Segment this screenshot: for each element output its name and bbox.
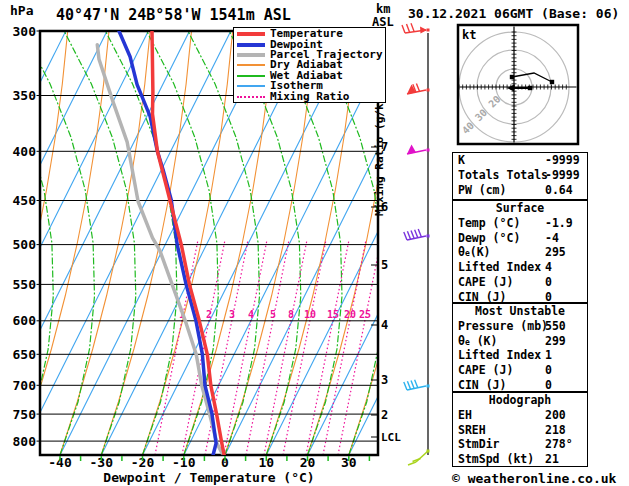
panel-row-label: K [458,153,465,167]
hodograph-ring-label: 40 [460,120,476,136]
mixing-ratio-value: 10 [304,309,316,320]
pressure-tick-label: 350 [13,88,37,103]
hodograph-trace-dot [510,75,514,79]
panel-row-value: 0 [545,363,552,378]
legend-swatch-temperature [237,32,265,36]
mixing-ratio-value: 4 [248,309,254,320]
height-tick-label: 3 [381,373,388,387]
legend-swatch-isotherm [237,85,265,87]
panel-row-label: Dewp (°C) [458,231,520,245]
panel-row-value: 218 [545,423,566,438]
panel-row-label: θe (K) [458,334,497,348]
legend-swatch-mixing-ratio [237,96,265,98]
hodograph: 203040 [458,25,578,144]
panel-row-label: Pressure (mb) [458,319,548,333]
panel-row-label: Totals Totals [458,168,548,182]
wind-level-dot [427,89,430,92]
panel-box-indices: K-9999Totals Totals-9999PW (cm)0.64 [452,152,588,200]
panel-row: Lifted Index4 [453,260,587,275]
hodograph-trace [512,73,552,82]
pressure-tick-label: 800 [13,434,37,449]
pressure-tick-label: 750 [13,407,37,422]
wind-level-dot [427,385,430,388]
wind-barb-flag [407,145,416,155]
panel-box-hodograph: HodographEH200SREH218StmDir278°StmSpd (k… [452,392,588,467]
panel-row-label: EH [458,408,472,422]
mixing-ratio-value: 20 [344,309,356,320]
mixing-ratio-labels: 12345810152025 [179,309,371,320]
panel-row: θe(K)295 [453,245,587,260]
pressure-tick-label: 500 [13,237,37,252]
panel-row-value: 278° [545,437,573,452]
panel-row: CAPE (J)0 [453,275,587,290]
pressure-tick-label: 300 [13,24,37,39]
panel-row-value: -4 [545,231,559,246]
mixing-ratio-value: 8 [288,309,294,320]
height-tick-label: 2 [381,408,388,422]
panel-row-label: CIN (J) [458,290,506,304]
hodograph-unit-label: kt [462,28,476,42]
panel-row-label: StmDir [458,437,500,451]
panel-row: StmSpd (kt)21 [453,452,587,467]
panel-row: Dewp (°C)-4 [453,231,587,246]
panel-row: Totals Totals-9999 [453,168,587,183]
legend-box: TemperatureDewpointParcel TrajectoryDry … [233,27,386,103]
panel-row-value: 0.64 [545,183,573,198]
panel-row: θe (K)299 [453,334,587,349]
panel-header: Most Unstable [453,304,587,319]
panel-row-label: Lifted Index [458,260,541,274]
legend-swatch-dewpoint [237,43,265,47]
datetime-title: 30.12.2021 06GMT (Base: 06) [408,6,619,21]
x-axis-label: Dewpoint / Temperature (°C) [40,470,378,485]
hodograph-trace-dot [550,80,554,84]
legend-swatch-parcel-trajectory [237,53,265,57]
panel-row: Temp (°C)-1.9 [453,216,587,231]
legend-item: Mixing Ratio [237,91,385,101]
mixing-ratio-value: 5 [270,309,276,320]
panel-row-label: Lifted Index [458,348,541,362]
panel-row-label: PW (cm) [458,183,506,197]
panel-row-value: 0 [545,378,552,393]
wind-barbs [402,23,430,465]
panel-row-label: StmSpd (kt) [458,452,534,466]
hodograph-ring-label: 20 [486,93,502,109]
panel-header: Hodograph [453,393,587,408]
pressure-tick-label: 650 [13,347,37,362]
panel-row-value: 550 [545,319,566,334]
lcl-label: LCL [381,431,401,444]
mixing-ratio-value: 25 [359,309,371,320]
panel-row: CAPE (J)0 [453,363,587,378]
panel-row: Pressure (mb)550 [453,319,587,334]
panel-row: K-9999 [453,153,587,168]
wind-level-dot [427,149,430,152]
mixing-ratio-value: 15 [327,309,339,320]
wet-adiabat-line [0,31,12,455]
footer-credit: © weatheronline.co.uk [452,471,616,486]
panel-row-value: 1 [545,348,552,363]
mixing-ratio-line [224,240,267,455]
panel-row: EH200 [453,408,587,423]
panel-row: PW (cm)0.64 [453,183,587,198]
pressure-tick-label: 400 [13,144,37,159]
pressure-tick-label: 450 [13,193,37,208]
panel-row-value: 0 [545,275,552,290]
panel-row-value: -1.9 [545,216,573,231]
height-tick-label: 5 [381,258,388,272]
legend-label: Mixing Ratio [270,92,349,102]
wind-level-dot [427,235,430,238]
pressure-tick-label: 600 [13,313,37,328]
parcel-trajectory-curve [97,45,222,453]
panel-row-label: SREH [458,423,486,437]
panel-row-label: CIN (J) [458,378,506,392]
panel-row-label: Temp (°C) [458,216,520,230]
panel-row-value: 4 [545,260,552,275]
isotherm-line [19,31,231,455]
panel-row: CIN (J)0 [453,378,587,393]
panel-row: Lifted Index1 [453,348,587,363]
panel-box-most-unstable: Most UnstablePressure (mb)550θe (K)299Li… [452,303,588,392]
panel-row: StmDir278° [453,437,587,452]
height-unit-km: km [376,2,390,16]
pressure-tick-label: 550 [13,277,37,292]
panel-row-label: CAPE (J) [458,275,513,289]
panel-row-label: CAPE (J) [458,363,513,377]
